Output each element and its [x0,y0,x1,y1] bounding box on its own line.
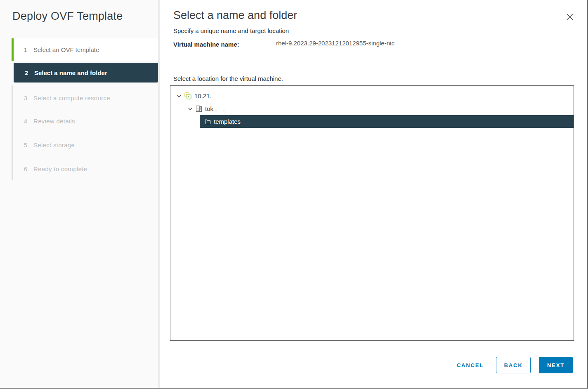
close-icon [565,12,574,23]
location-instruction: Select a location for the virtual machin… [173,75,283,82]
step-number: 3 [23,94,28,101]
tree-row-templates-folder[interactable]: templates [200,115,574,128]
step-4-review-details: 4 Review details [12,115,158,127]
step-number: 5 [23,141,28,149]
step-label: Select an OVF template [33,46,99,53]
vcenter-icon [184,92,191,99]
step-3-select-compute-resource: 3 Select a compute resource [12,92,158,104]
vm-name-input[interactable] [270,37,448,51]
deploy-ovf-dialog: Deploy OVF Template 1 Select an OVF temp… [0,0,588,389]
redacted-text: · [213,94,217,98]
step-number: 1 [23,46,28,53]
wizard-title: Deploy OVF Template [12,10,123,23]
back-button[interactable]: BACK [496,357,531,373]
step-number: 6 [23,165,28,172]
step-subtitle: Specify a unique name and target locatio… [173,27,289,34]
folder-icon [205,119,211,124]
step-2-select-name-folder[interactable]: 2 Select a name and folder [14,63,158,83]
step-number: 2 [24,69,29,76]
tree-row-datacenter[interactable]: tok _ _ [170,102,574,115]
vm-name-label: Virtual machine name: [173,41,239,48]
close-button[interactable] [564,12,575,23]
inventory-tree: 10.21. · [170,85,574,341]
step-6-ready-to-complete: 6 Ready to complete [12,163,158,175]
chevron-down-icon[interactable] [188,106,193,111]
page-title: Select a name and folder [173,9,297,22]
tree-node-label: 10.21. [194,92,212,99]
wizard-sidebar: Deploy OVF Template 1 Select an OVF temp… [0,0,158,388]
step-number: 4 [23,118,28,125]
step-label: Select a name and folder [34,69,107,76]
step-1-select-ovf-template[interactable]: 1 Select an OVF template [12,38,158,61]
cancel-button[interactable]: CANCEL [457,362,484,368]
step-label: Review details [33,118,75,125]
step-label: Select a compute resource [33,94,110,101]
tree-node-label: templates [214,118,241,125]
datacenter-icon [196,105,202,112]
redacted-text: _ _ [215,106,228,111]
step-label: Ready to complete [33,165,87,172]
next-button[interactable]: NEXT [539,357,573,373]
step-content-panel: Select a name and folder Specify a uniqu… [160,0,587,388]
tree-row-vcenter[interactable]: 10.21. · [170,90,574,102]
chevron-down-icon[interactable] [177,94,182,99]
wizard-footer: CANCEL BACK NEXT [457,357,573,373]
tree-node-label: tok [205,105,213,112]
step-5-select-storage: 5 Select storage [12,139,158,151]
step-label: Select storage [33,141,75,149]
